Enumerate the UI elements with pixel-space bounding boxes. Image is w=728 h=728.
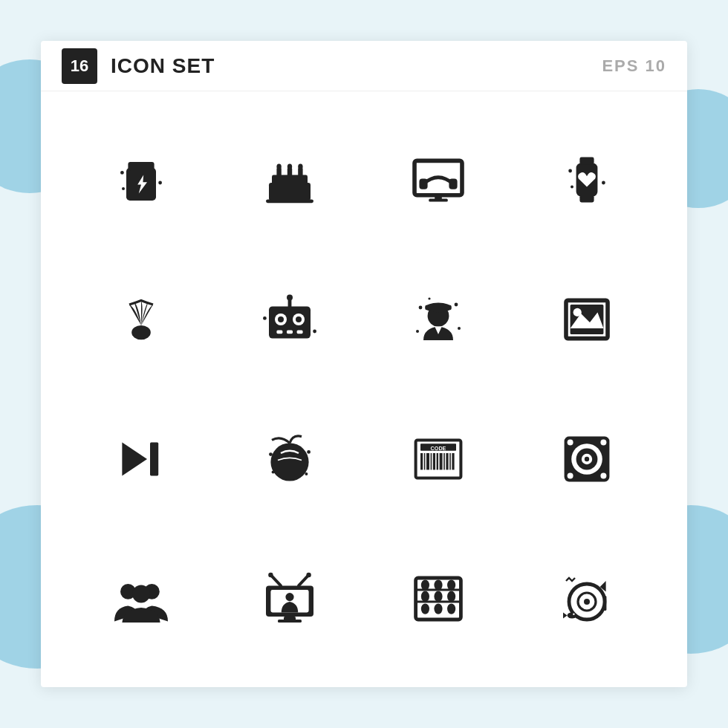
svg-rect-70 bbox=[452, 453, 454, 469]
svg-line-87 bbox=[272, 576, 281, 586]
icon-cell-speaker bbox=[516, 393, 657, 525]
photo-frame-icon bbox=[557, 290, 617, 349]
svg-rect-68 bbox=[446, 453, 448, 469]
svg-rect-63 bbox=[431, 453, 432, 469]
page-title: ICON SET bbox=[111, 54, 602, 78]
badge-number: 16 bbox=[62, 48, 97, 84]
svg-point-42 bbox=[419, 306, 423, 310]
svg-point-37 bbox=[263, 316, 267, 320]
svg-point-11 bbox=[276, 163, 281, 169]
svg-marker-51 bbox=[122, 443, 147, 476]
icon-cell-skip-next bbox=[71, 393, 212, 525]
svg-point-99 bbox=[421, 591, 429, 602]
svg-point-104 bbox=[447, 603, 455, 614]
svg-point-3 bbox=[120, 171, 124, 175]
svg-point-89 bbox=[268, 573, 273, 577]
svg-point-54 bbox=[269, 452, 273, 456]
svg-point-98 bbox=[447, 579, 455, 590]
svg-rect-66 bbox=[440, 453, 443, 469]
icon-cell-headphones bbox=[368, 114, 509, 246]
speaker-icon bbox=[557, 429, 617, 489]
svg-point-110 bbox=[573, 614, 574, 615]
svg-point-43 bbox=[455, 303, 458, 307]
svg-rect-32 bbox=[276, 330, 282, 334]
header: 16 ICON SET EPS 10 bbox=[41, 41, 687, 91]
svg-rect-64 bbox=[433, 453, 435, 469]
main-card: 16 ICON SET EPS 10 bbox=[41, 41, 687, 687]
svg-point-4 bbox=[158, 181, 162, 185]
group-users-icon bbox=[111, 569, 171, 628]
svg-rect-19 bbox=[429, 199, 448, 202]
skip-next-icon bbox=[111, 429, 171, 489]
svg-rect-35 bbox=[288, 299, 292, 308]
birthday-cake-icon bbox=[260, 150, 319, 209]
svg-rect-69 bbox=[449, 453, 451, 469]
svg-point-102 bbox=[421, 603, 429, 614]
svg-point-47 bbox=[449, 337, 451, 339]
svg-point-96 bbox=[421, 579, 429, 590]
svg-rect-52 bbox=[150, 443, 158, 476]
icon-cell-shuttlecock bbox=[71, 253, 212, 386]
svg-point-13 bbox=[298, 163, 302, 169]
icon-grid: CODE bbox=[41, 91, 687, 687]
svg-point-109 bbox=[568, 612, 577, 618]
svg-point-80 bbox=[600, 472, 606, 478]
icon-cell-coconut bbox=[219, 393, 360, 525]
svg-point-76 bbox=[585, 457, 589, 461]
svg-rect-1 bbox=[128, 162, 154, 170]
svg-rect-65 bbox=[437, 453, 438, 469]
engineer-worker-icon bbox=[409, 290, 468, 349]
svg-point-23 bbox=[568, 169, 572, 173]
coconut-icon bbox=[260, 429, 319, 489]
svg-point-103 bbox=[434, 603, 442, 614]
svg-point-86 bbox=[285, 593, 293, 601]
headphones-monitor-icon bbox=[409, 150, 468, 209]
svg-point-25 bbox=[571, 186, 573, 189]
icon-cell-barcode: CODE bbox=[368, 393, 509, 525]
svg-point-5 bbox=[122, 187, 125, 190]
icon-cell-engineer bbox=[368, 253, 509, 386]
svg-point-83 bbox=[132, 585, 150, 603]
svg-point-56 bbox=[272, 471, 275, 474]
icon-cell-robot bbox=[219, 253, 360, 386]
svg-rect-21 bbox=[579, 157, 594, 165]
svg-rect-7 bbox=[272, 175, 308, 185]
svg-point-50 bbox=[573, 308, 582, 316]
svg-point-97 bbox=[434, 579, 442, 590]
svg-rect-34 bbox=[297, 330, 303, 334]
svg-point-55 bbox=[307, 450, 311, 454]
shuttlecock-icon bbox=[111, 290, 171, 349]
svg-rect-62 bbox=[426, 453, 429, 469]
icon-cell-target-fish bbox=[516, 533, 657, 665]
svg-point-36 bbox=[287, 294, 293, 300]
svg-point-30 bbox=[278, 316, 284, 322]
svg-rect-67 bbox=[443, 453, 445, 469]
svg-point-26 bbox=[131, 325, 151, 339]
eps-label: EPS 10 bbox=[602, 56, 666, 76]
svg-rect-61 bbox=[424, 453, 426, 469]
icon-cell-smartwatch bbox=[516, 114, 657, 246]
svg-point-24 bbox=[602, 181, 605, 185]
icon-cell-tv-broadcast bbox=[219, 533, 360, 665]
icon-cell-group-users bbox=[71, 533, 212, 665]
robot-face-icon bbox=[260, 290, 319, 349]
svg-point-101 bbox=[447, 591, 455, 602]
svg-line-88 bbox=[299, 576, 308, 586]
svg-point-90 bbox=[306, 573, 311, 577]
abacus-bottles-icon bbox=[409, 569, 468, 628]
svg-point-38 bbox=[313, 330, 316, 334]
tv-broadcast-icon bbox=[260, 569, 319, 628]
icon-cell-photo-frame bbox=[516, 253, 657, 386]
svg-point-31 bbox=[296, 316, 302, 322]
svg-point-57 bbox=[305, 472, 308, 475]
svg-point-78 bbox=[600, 440, 606, 446]
smartwatch-heart-icon bbox=[557, 150, 617, 209]
target-fish-icon bbox=[557, 569, 617, 628]
svg-point-100 bbox=[434, 591, 442, 602]
svg-point-46 bbox=[428, 297, 430, 299]
svg-rect-108 bbox=[603, 596, 606, 611]
icon-cell-cake bbox=[219, 114, 360, 246]
svg-rect-22 bbox=[579, 195, 594, 203]
svg-point-79 bbox=[568, 472, 573, 478]
svg-rect-33 bbox=[287, 330, 293, 334]
